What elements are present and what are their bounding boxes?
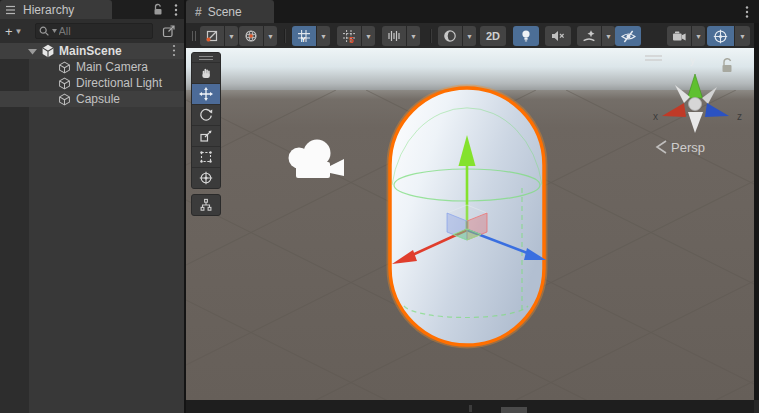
scene-row-kebab[interactable] bbox=[172, 44, 176, 57]
search-icon bbox=[39, 26, 50, 37]
scene-asset-icon bbox=[41, 44, 55, 58]
axis-x-label: x bbox=[653, 111, 658, 122]
custom-tools-icon bbox=[199, 198, 213, 212]
chevron-down-icon[interactable]: ▼ bbox=[407, 26, 420, 46]
hidden-objects-button[interactable] bbox=[615, 26, 641, 46]
2d-mode-button[interactable]: 2D bbox=[480, 26, 506, 46]
tools-overlay-handle[interactable] bbox=[192, 53, 220, 62]
chevron-down-icon[interactable]: ▼ bbox=[602, 26, 615, 46]
hierarchy-toolbar: + ▼ bbox=[0, 19, 184, 43]
transform-tool-button[interactable] bbox=[192, 167, 220, 188]
scene-panel: # Scene ▼ ▼ Y ▼ 5 bbox=[186, 0, 759, 413]
2d-label: 2D bbox=[486, 30, 500, 42]
hierarchy-tabbar: Hierarchy bbox=[0, 0, 184, 19]
eye-slash-icon bbox=[621, 30, 636, 43]
hierarchy-row-main-camera[interactable]: Main Camera bbox=[0, 59, 184, 75]
scale-icon bbox=[199, 129, 213, 143]
chevron-down-icon[interactable]: ▼ bbox=[735, 26, 750, 46]
toolbar-overlay-handle[interactable] bbox=[192, 31, 196, 41]
projection-label: Persp bbox=[671, 140, 705, 155]
toolbar-separator bbox=[284, 29, 285, 43]
audio-mute-button[interactable] bbox=[545, 26, 571, 46]
hierarchy-search-field[interactable] bbox=[35, 23, 153, 39]
axis-z-label: z bbox=[737, 111, 742, 122]
kebab-menu-icon[interactable] bbox=[174, 3, 178, 17]
popout-button[interactable] bbox=[162, 24, 176, 38]
handle-rotation-button[interactable]: ▼ bbox=[239, 26, 277, 46]
ruler-icon bbox=[387, 29, 401, 43]
rect-tool-icon bbox=[199, 150, 213, 164]
move-icon bbox=[199, 87, 213, 101]
gameobject-cube-icon bbox=[58, 93, 71, 106]
gameobject-cube-icon bbox=[58, 61, 71, 74]
open-in-window-icon bbox=[162, 24, 176, 38]
foldout-triangle-icon[interactable] bbox=[28, 48, 37, 55]
search-filter-caret-icon[interactable] bbox=[52, 29, 57, 33]
viewport-right-edge bbox=[754, 23, 759, 400]
row-label: Main Camera bbox=[76, 60, 148, 74]
create-object-button[interactable]: + ▼ bbox=[0, 24, 27, 39]
scene-row-label: MainScene bbox=[59, 44, 122, 58]
bottom-panel-divider bbox=[469, 405, 472, 412]
move-tool-button[interactable] bbox=[192, 83, 220, 104]
handle-position-button[interactable]: ▼ bbox=[200, 26, 238, 46]
effects-star-icon bbox=[582, 29, 596, 43]
tab-scene[interactable]: # Scene bbox=[186, 0, 274, 23]
grid-tab-icon: # bbox=[195, 5, 202, 19]
chevron-down-icon[interactable]: ▼ bbox=[692, 26, 705, 46]
lock-icon[interactable] bbox=[152, 3, 164, 16]
tools-overlay bbox=[191, 52, 221, 216]
bottom-panel-tab-hint bbox=[501, 407, 527, 413]
scene-tabbar: # Scene bbox=[186, 0, 759, 23]
hierarchy-tree: MainScene Main Camera Directional Light … bbox=[0, 43, 184, 413]
scene-panel-kebab[interactable] bbox=[745, 5, 759, 19]
draw-mode-button[interactable]: ▼ bbox=[438, 26, 476, 46]
tab-hierarchy[interactable]: Hierarchy bbox=[0, 0, 112, 19]
scale-tool-button[interactable] bbox=[192, 125, 220, 146]
effects-button[interactable]: ▼ bbox=[577, 26, 615, 46]
chevron-down-icon[interactable]: ▼ bbox=[463, 26, 476, 46]
toolbar-separator bbox=[430, 29, 431, 43]
chevron-down-icon: ▼ bbox=[15, 27, 23, 36]
hand-tool-button[interactable] bbox=[192, 62, 220, 83]
hierarchy-panel: Hierarchy + ▼ bbox=[0, 0, 184, 413]
globe-icon bbox=[244, 29, 258, 43]
gizmo-center-cube[interactable] bbox=[689, 98, 702, 111]
grid-size-button[interactable]: ▼ bbox=[382, 26, 420, 46]
transform-icon bbox=[199, 171, 213, 185]
snap-increment-button[interactable]: 5 ▼ bbox=[337, 26, 375, 46]
chevron-down-icon[interactable]: ▼ bbox=[317, 26, 330, 46]
rotate-tool-button[interactable] bbox=[192, 104, 220, 125]
row-label: Capsule bbox=[76, 92, 120, 106]
kebab-menu-icon bbox=[172, 44, 176, 57]
custom-tool-button[interactable] bbox=[191, 194, 221, 216]
speaker-muted-icon bbox=[551, 30, 565, 42]
plane-handles[interactable] bbox=[447, 205, 487, 240]
chevron-down-icon[interactable]: ▼ bbox=[264, 26, 277, 46]
unity-editor-window: Hierarchy + ▼ bbox=[0, 0, 759, 413]
create-object-label: + bbox=[5, 24, 13, 39]
snap-grid-icon: 5 bbox=[342, 29, 356, 43]
scene-lighting-button[interactable] bbox=[513, 26, 539, 46]
grid-axis-letter: Y bbox=[301, 36, 306, 43]
camera-settings-button[interactable]: ▼ bbox=[667, 26, 705, 46]
scene-viewport-container: y x z Persp bbox=[186, 48, 754, 400]
scene-tab-label: Scene bbox=[208, 5, 242, 19]
hierarchy-row-directional-light[interactable]: Directional Light bbox=[0, 75, 184, 91]
grid-icon: Y bbox=[297, 29, 311, 43]
scene-viewport[interactable]: y x z Persp bbox=[186, 48, 754, 400]
hierarchy-row-scene[interactable]: MainScene bbox=[0, 43, 184, 59]
rect-tool-button[interactable] bbox=[192, 146, 220, 167]
gizmos-button[interactable]: ▼ bbox=[707, 26, 750, 46]
hierarchy-row-capsule[interactable]: Capsule bbox=[0, 91, 184, 107]
search-input[interactable] bbox=[59, 25, 149, 37]
camera-icon bbox=[672, 30, 687, 42]
grid-visibility-button[interactable]: Y ▼ bbox=[292, 26, 330, 46]
chevron-down-icon[interactable]: ▼ bbox=[362, 26, 375, 46]
chevron-down-icon[interactable]: ▼ bbox=[225, 26, 238, 46]
hierarchy-tab-label: Hierarchy bbox=[23, 3, 74, 17]
scene-toolbar: ▼ ▼ Y ▼ 5 ▼ ▼ ▼ bbox=[186, 23, 759, 48]
row-label: Directional Light bbox=[76, 76, 162, 90]
list-icon bbox=[6, 5, 18, 15]
kebab-menu-icon bbox=[745, 5, 749, 19]
